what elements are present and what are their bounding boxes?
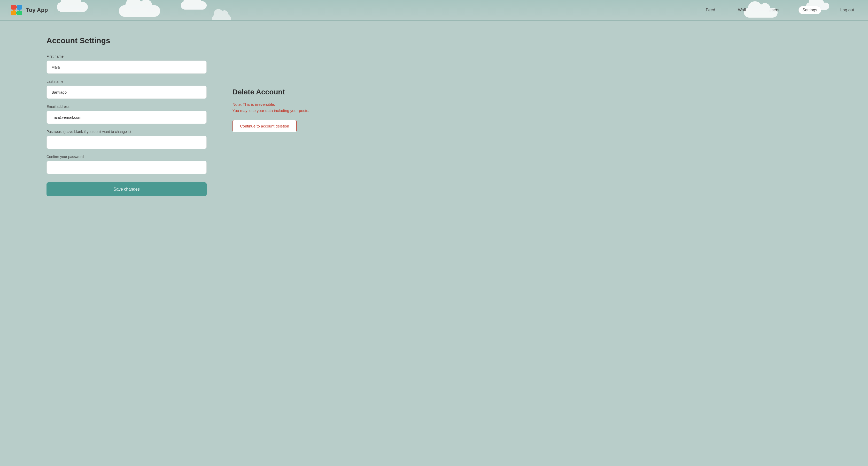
cloud-decoration	[119, 5, 160, 17]
nav-wall[interactable]: Wall	[735, 6, 750, 14]
puzzle-icon	[10, 4, 23, 16]
delete-title: Delete Account	[232, 88, 822, 96]
email-input[interactable]	[46, 111, 207, 124]
svg-point-7	[16, 12, 18, 14]
header: Toy App Feed Wall Users Settings Log out	[0, 0, 868, 21]
app-name: Toy App	[26, 7, 48, 13]
svg-point-6	[18, 8, 21, 10]
svg-point-5	[13, 9, 15, 12]
email-group: Email address	[46, 105, 207, 124]
logo-area: Toy App	[10, 4, 48, 16]
continue-deletion-button[interactable]: Continue to account deletion	[232, 120, 297, 132]
delete-warning-line1: Note: This is irreversible.	[232, 102, 275, 107]
delete-warning: Note: This is irreversible. You may lose…	[232, 101, 822, 114]
main-nav: Feed Wall Users Settings Log out	[702, 6, 858, 14]
confirm-password-input[interactable]	[46, 161, 207, 174]
email-label: Email address	[46, 105, 207, 109]
confirm-password-label: Confirm your password	[46, 155, 207, 159]
first-name-group: First name	[46, 54, 207, 74]
nav-feed[interactable]: Feed	[702, 6, 719, 14]
cloud-decoration	[57, 2, 88, 12]
main-content: Account Settings First name Last name Em…	[0, 21, 868, 466]
save-changes-button[interactable]: Save changes	[46, 182, 207, 196]
delete-warning-line2: You may lose your data including your po…	[232, 108, 309, 113]
cloud-decoration	[181, 1, 207, 9]
nav-users[interactable]: Users	[765, 6, 783, 14]
nav-settings[interactable]: Settings	[799, 6, 821, 14]
first-name-label: First name	[46, 54, 207, 58]
account-settings-form: Account Settings First name Last name Em…	[46, 36, 207, 450]
nav-logout[interactable]: Log out	[837, 6, 858, 14]
password-group: Password (leave blank if you don't want …	[46, 129, 207, 149]
password-label: Password (leave blank if you don't want …	[46, 129, 207, 134]
last-name-input[interactable]	[46, 86, 207, 99]
confirm-password-group: Confirm your password	[46, 155, 207, 174]
last-name-group: Last name	[46, 79, 207, 99]
svg-point-4	[15, 6, 17, 8]
cloud-decoration	[212, 13, 231, 21]
page-title: Account Settings	[46, 36, 207, 45]
first-name-input[interactable]	[46, 60, 207, 74]
last-name-label: Last name	[46, 79, 207, 84]
password-input[interactable]	[46, 136, 207, 149]
delete-account-section: Delete Account Note: This is irreversibl…	[232, 36, 822, 450]
